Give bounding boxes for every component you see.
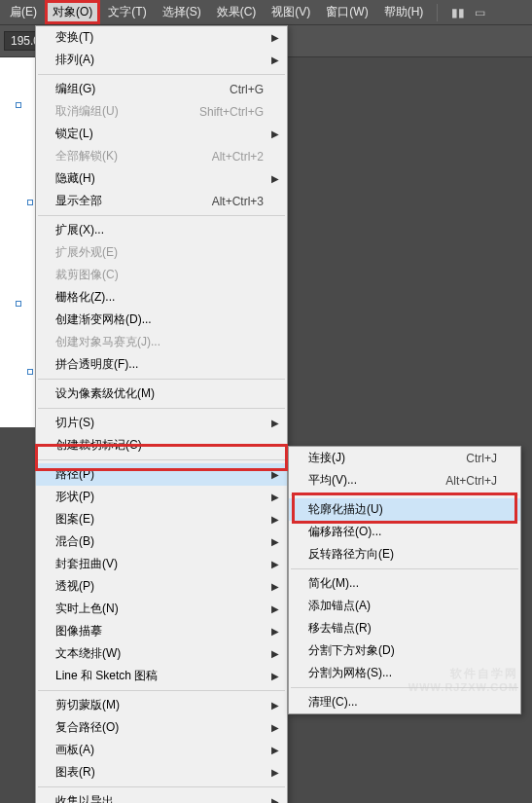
menu-item[interactable]: 编组(G)Ctrl+G: [36, 78, 287, 100]
menubar: 扁(E) 对象(O) 文字(T) 选择(S) 效果(C) 视图(V) 窗口(W)…: [0, 0, 532, 25]
menu-item[interactable]: 切片(S)▶: [36, 412, 287, 434]
menu-item[interactable]: Line 和 Sketch 图稿▶: [36, 665, 287, 687]
selection-handle[interactable]: [16, 102, 21, 108]
selection-handle[interactable]: [27, 200, 33, 205]
menu-select[interactable]: 选择(S): [155, 0, 209, 24]
menu-window[interactable]: 窗口(W): [318, 0, 375, 24]
menu-item-label: 隐藏(H): [55, 170, 264, 187]
menu-object[interactable]: 对象(O): [45, 0, 100, 24]
menu-separator: [38, 459, 285, 460]
menu-item[interactable]: 平均(V)...Alt+Ctrl+J: [289, 469, 520, 492]
menu-item[interactable]: 透视(P)▶: [36, 575, 287, 598]
menu-item[interactable]: 变换(T)▶: [36, 26, 287, 49]
menu-item[interactable]: 栅格化(Z)...: [36, 286, 287, 309]
menu-item[interactable]: 图像描摹▶: [36, 620, 287, 642]
selection-handle[interactable]: [16, 301, 21, 307]
submenu-arrow-icon: ▶: [271, 128, 279, 139]
menu-item-label: 分割下方对象(D): [308, 642, 497, 659]
menu-item[interactable]: 形状(P)▶: [36, 486, 287, 508]
menu-item[interactable]: 剪切蒙版(M)▶: [36, 694, 287, 716]
submenu-arrow-icon: ▶: [271, 514, 279, 525]
menu-item-label: 添加锚点(A): [308, 598, 497, 614]
menu-item: 创建对象马赛克(J)...: [36, 331, 287, 353]
menu-item[interactable]: 创建渐变网格(D)...: [36, 309, 287, 331]
menu-item[interactable]: 轮廓化描边(U): [289, 498, 520, 521]
menu-item[interactable]: 创建裁切标记(C): [36, 434, 287, 456]
menu-item-label: 复合路径(O): [55, 719, 264, 736]
menu-separator: [38, 786, 285, 787]
menu-item[interactable]: 显示全部Alt+Ctrl+3: [36, 190, 287, 212]
menu-item[interactable]: 复合路径(O)▶: [36, 716, 287, 739]
menu-item[interactable]: 清理(C)...: [289, 691, 520, 713]
submenu-arrow-icon: ▶: [271, 648, 279, 659]
menu-item[interactable]: 路径(P)▶: [36, 463, 287, 486]
menu-item[interactable]: 偏移路径(O)...: [289, 521, 520, 543]
menu-item[interactable]: 隐藏(H)▶: [36, 167, 287, 190]
menu-item-label: 画板(A): [55, 742, 264, 758]
object-dropdown: 变换(T)▶排列(A)▶编组(G)Ctrl+G取消编组(U)Shift+Ctrl…: [35, 25, 288, 803]
menu-item[interactable]: 锁定(L)▶: [36, 123, 287, 145]
submenu-arrow-icon: ▶: [271, 173, 279, 184]
menu-item-label: 连接(J): [308, 450, 466, 466]
menu-item-label: 编组(G): [55, 81, 230, 97]
menu-item[interactable]: 扩展(X)...: [36, 219, 287, 241]
menu-separator: [38, 408, 285, 409]
menu-item-shortcut: Alt+Ctrl+J: [445, 474, 497, 488]
menu-item[interactable]: 图表(R)▶: [36, 761, 287, 784]
submenu-arrow-icon: ▶: [271, 767, 279, 778]
menu-item-label: 反转路径方向(E): [308, 546, 497, 563]
menu-item-label: 简化(M)...: [308, 575, 497, 592]
bar-icon[interactable]: ▮▮: [451, 6, 465, 19]
menu-item[interactable]: 连接(J)Ctrl+J: [289, 447, 520, 469]
selection-handle[interactable]: [27, 369, 33, 375]
menu-view[interactable]: 视图(V): [264, 0, 318, 24]
menu-item-label: 移去锚点(R): [308, 620, 497, 637]
menu-item[interactable]: 文本绕排(W)▶: [36, 642, 287, 665]
menu-item[interactable]: 实时上色(N)▶: [36, 598, 287, 620]
menu-separator: [38, 690, 285, 691]
menu-item-label: 排列(A): [55, 52, 264, 68]
submenu-arrow-icon: ▶: [271, 671, 279, 681]
menu-item-label: 形状(P): [55, 489, 264, 505]
menu-item[interactable]: 收集以导出▶: [36, 790, 287, 803]
menu-item[interactable]: 封套扭曲(V)▶: [36, 553, 287, 575]
menu-item-label: 图表(R): [55, 764, 264, 781]
menu-item[interactable]: 画板(A)▶: [36, 739, 287, 761]
menu-item-label: 文本绕排(W): [55, 645, 264, 662]
menu-item-label: 路径(P): [55, 466, 264, 483]
menu-item: 取消编组(U)Shift+Ctrl+G: [36, 100, 287, 123]
menu-item: 全部解锁(K)Alt+Ctrl+2: [36, 145, 287, 167]
menu-type[interactable]: 文字(T): [100, 0, 154, 24]
bar-icon-2[interactable]: ▭: [475, 6, 485, 19]
menu-item-label: 裁剪图像(C): [55, 267, 264, 283]
menu-item[interactable]: 排列(A)▶: [36, 49, 287, 71]
submenu-arrow-icon: ▶: [271, 32, 279, 43]
menu-item-label: 设为像素级优化(M): [55, 385, 264, 402]
menu-item[interactable]: 混合(B)▶: [36, 530, 287, 553]
submenu-arrow-icon: ▶: [271, 796, 279, 803]
menu-item[interactable]: 简化(M)...: [289, 572, 520, 595]
menu-item-label: 扩展外观(E): [55, 244, 264, 261]
menu-item-shortcut: Ctrl+G: [230, 83, 264, 96]
menu-item[interactable]: 移去锚点(R): [289, 617, 520, 639]
menu-item[interactable]: 设为像素级优化(M): [36, 383, 287, 405]
menu-help[interactable]: 帮助(H): [376, 0, 432, 24]
menu-item[interactable]: 图案(E)▶: [36, 508, 287, 530]
menu-item[interactable]: 反转路径方向(E): [289, 543, 520, 566]
menu-effect[interactable]: 效果(C): [209, 0, 265, 24]
menu-item-label: 剪切蒙版(M): [55, 697, 264, 713]
watermark: 软件自学网 WWW.RJZXW.COM: [408, 667, 518, 694]
menu-item-shortcut: Shift+Ctrl+G: [199, 105, 264, 119]
menu-item-label: 取消编组(U): [55, 103, 199, 120]
menu-item[interactable]: 添加锚点(A): [289, 595, 520, 617]
menu-item[interactable]: 拼合透明度(F)...: [36, 353, 287, 376]
submenu-arrow-icon: ▶: [271, 559, 279, 569]
menu-item-label: 扩展(X)...: [55, 222, 264, 238]
menu-edit[interactable]: 扁(E): [2, 0, 45, 24]
menu-item-shortcut: Ctrl+J: [466, 452, 497, 465]
watermark-main: 软件自学网: [408, 667, 518, 680]
menu-item: 裁剪图像(C): [36, 264, 287, 286]
menu-item-label: 清理(C)...: [308, 694, 497, 711]
menu-separator: [38, 379, 285, 380]
menu-item[interactable]: 分割下方对象(D): [289, 639, 520, 662]
